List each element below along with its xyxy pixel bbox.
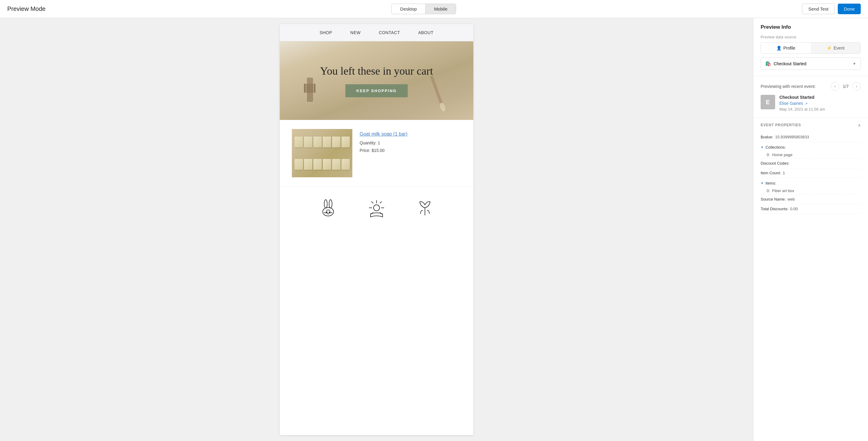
- items-toggle[interactable]: ▼ Items:: [761, 179, 861, 187]
- email-container: SHOP NEW CONTACT ABOUT: [280, 24, 473, 435]
- soap-bar: [294, 137, 303, 147]
- event-name: Checkout Started: [779, 95, 861, 100]
- soap-bar: [332, 159, 341, 170]
- footer-icons: [280, 186, 473, 226]
- event-dropdown[interactable]: 🛍️ Checkout Started ▼: [761, 57, 861, 70]
- preview-info-section: Preview Info Preview data source 👤 Profi…: [753, 18, 868, 76]
- event-card: E Checkout Started Elise Gaines ↗ May 14…: [761, 95, 861, 111]
- product-price: Price: $15.00: [360, 147, 461, 154]
- event-person-link[interactable]: Elise Gaines ↗: [779, 101, 861, 106]
- soap-bar: [313, 159, 322, 170]
- prop-item-count: Item Count: 1: [761, 168, 861, 178]
- sun-book-icon: [366, 197, 387, 218]
- soap-bar: [332, 137, 341, 147]
- prop-source-name: Source Name: web: [761, 195, 861, 204]
- item-item-0: 0: Fiber art box: [761, 187, 861, 195]
- prop-value: $value: 15.9399995803833: [761, 132, 861, 142]
- tulip-icon-container: [413, 196, 437, 220]
- product-info: Goat milk soap (1 bar) Quantity: 1 Price…: [360, 129, 461, 154]
- keep-shopping-button[interactable]: KEEP SHOPPING: [345, 84, 407, 97]
- profile-tab-icon: 👤: [776, 45, 781, 50]
- soap-bar: [313, 137, 322, 147]
- product-image: [292, 129, 352, 177]
- hero-overlay: You left these in your cart KEEP SHOPPIN…: [280, 41, 473, 120]
- previewing-label: Previewing with recent event:: [761, 84, 831, 89]
- svg-point-12: [329, 212, 330, 213]
- done-button[interactable]: Done: [838, 4, 861, 14]
- soap-bars-decoration: [292, 129, 352, 177]
- soap-bar: [323, 159, 331, 170]
- email-hero: You left these in your cart KEEP SHOPPIN…: [280, 41, 473, 120]
- nav-new: NEW: [350, 30, 361, 35]
- external-link-icon: ↗: [805, 102, 807, 105]
- soap-bar: [323, 137, 331, 147]
- send-test-button[interactable]: Send Test: [802, 4, 835, 14]
- desktop-toggle[interactable]: Desktop: [391, 4, 425, 14]
- previewing-section: Previewing with recent event: ‹ 1/7 › E …: [753, 76, 868, 118]
- preview-navigation: ‹ 1/7 ›: [831, 82, 861, 91]
- prop-discount-codes: Discount Codes:: [761, 159, 861, 168]
- collection-item-0: 0: Home page: [761, 151, 861, 159]
- product-name-link[interactable]: Goat milk soap (1 bar): [360, 131, 461, 137]
- preview-mode-title: Preview Mode: [7, 5, 46, 12]
- svg-point-11: [326, 212, 327, 213]
- shopify-icon: 🛍️: [765, 61, 771, 66]
- collapse-props-button[interactable]: ∧: [858, 123, 861, 128]
- dropdown-left: 🛍️ Checkout Started: [765, 61, 806, 66]
- topbar-actions: Send Test Done: [802, 4, 861, 14]
- tulip-icon: [414, 197, 435, 218]
- next-event-button[interactable]: ›: [852, 82, 861, 91]
- prev-event-button[interactable]: ‹: [831, 82, 839, 91]
- soap-bar: [304, 137, 312, 147]
- bunny-icon-container: [316, 196, 340, 220]
- svg-point-8: [323, 207, 334, 216]
- event-properties-section: EVENT PROPERTIES ∧ $value: 15.9399995803…: [753, 118, 868, 219]
- svg-point-13: [373, 205, 379, 211]
- nav-contact: CONTACT: [379, 30, 400, 35]
- topbar: Preview Mode Desktop Mobile Send Test Do…: [0, 0, 868, 18]
- event-tab-icon: ⚡: [827, 45, 832, 50]
- panel-title: Preview Info: [761, 24, 861, 30]
- event-info: Checkout Started Elise Gaines ↗ May 14, …: [779, 95, 861, 111]
- soap-bar: [341, 137, 350, 147]
- nav-about: ABOUT: [418, 30, 434, 35]
- svg-point-10: [329, 200, 332, 208]
- props-header: EVENT PROPERTIES ∧: [761, 123, 861, 128]
- nav-shop: SHOP: [320, 30, 332, 35]
- product-section: Goat milk soap (1 bar) Quantity: 1 Price…: [280, 120, 473, 186]
- main-layout: SHOP NEW CONTACT ABOUT: [0, 18, 868, 441]
- product-quantity: Quantity: 1: [360, 139, 461, 147]
- collections-toggle[interactable]: ▼ Collections:: [761, 143, 861, 151]
- event-tab-label: Event: [834, 45, 844, 50]
- profile-tab-label: Profile: [783, 45, 796, 50]
- event-tab[interactable]: ⚡ Event: [811, 43, 861, 54]
- soap-bar: [304, 159, 312, 170]
- event-date: May 14, 2021 at 11:56 am: [779, 107, 861, 111]
- view-toggle-group: Desktop Mobile: [391, 4, 456, 14]
- props-section-title: EVENT PROPERTIES: [761, 123, 801, 127]
- email-nav: SHOP NEW CONTACT ABOUT: [280, 24, 473, 41]
- prop-items: ▼ Items: 0: Fiber art box: [761, 179, 861, 195]
- right-panel: Preview Info Preview data source 👤 Profi…: [753, 18, 868, 441]
- bunny-icon: [317, 197, 339, 218]
- soap-bar: [341, 159, 350, 170]
- dropdown-arrow-icon: ▼: [852, 62, 856, 66]
- prop-collections: ▼ Collections: 0: Home page: [761, 143, 861, 159]
- soap-bar: [294, 159, 303, 170]
- svg-point-9: [324, 200, 327, 208]
- data-source-label: Preview data source: [761, 35, 861, 39]
- data-source-tabs: 👤 Profile ⚡ Event: [761, 42, 861, 54]
- dropdown-value: Checkout Started: [774, 61, 806, 66]
- hero-title: You left these in your cart: [320, 64, 433, 78]
- profile-tab[interactable]: 👤 Profile: [761, 43, 811, 54]
- sun-icon-container: [365, 196, 389, 220]
- prop-total-discounts: Total Discounts: 0.00: [761, 204, 861, 214]
- preview-area: SHOP NEW CONTACT ABOUT: [0, 18, 753, 441]
- mobile-toggle[interactable]: Mobile: [425, 4, 456, 14]
- event-counter: 1/7: [843, 84, 849, 89]
- event-avatar: E: [761, 95, 775, 109]
